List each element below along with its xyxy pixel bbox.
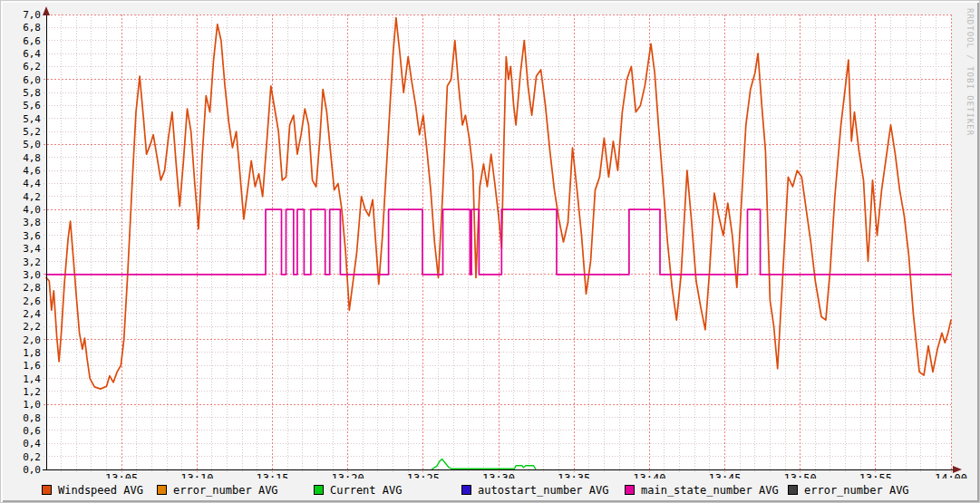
legend-item: main_state_number AVG (625, 484, 779, 498)
x-tick-label: 13:30 (482, 472, 515, 479)
chart-canvas: 0,00,20,40,60,81,01,21,41,61,82,02,22,42… (1, 1, 980, 479)
x-tick-label: 13:05 (105, 472, 138, 479)
y-axis-labels: 0,00,20,40,60,81,01,21,41,61,82,02,22,42… (23, 9, 41, 476)
legend-item: error_number AVG (788, 484, 909, 498)
legend-label: Current AVG (330, 484, 402, 497)
y-tick-label: 6,2 (23, 61, 41, 73)
x-tick-label: 13:15 (256, 472, 288, 479)
legend-label: error_number AVG (173, 484, 278, 497)
legend-item: Current AVG (314, 484, 402, 498)
y-tick-label: 3,8 (23, 217, 41, 228)
legend-color-swatch-icon (461, 485, 471, 495)
y-tick-label: 5,8 (23, 87, 41, 99)
y-tick-label: 2,2 (23, 321, 41, 333)
legend-item: Windspeed AVG (42, 484, 143, 498)
y-tick-label: 0,0 (23, 464, 41, 476)
x-tick-label: 13:55 (859, 472, 892, 479)
x-tick-label: 13:45 (708, 472, 741, 479)
x-tick-label: 13:50 (784, 472, 817, 479)
rrdtool-watermark: RRDTOOL / TOBI OETIKER (965, 8, 975, 136)
y-tick-label: 1,6 (23, 360, 41, 372)
y-tick-label: 4,4 (23, 178, 41, 189)
y-tick-label: 6,8 (23, 22, 41, 34)
y-tick-label: 6,4 (23, 48, 41, 60)
y-tick-label: 0,2 (23, 451, 41, 463)
y-tick-label: 0,6 (23, 425, 41, 437)
y-tick-label: 4,2 (23, 191, 41, 203)
y-tick-label: 3,0 (23, 269, 41, 281)
x-tick-label: 13:10 (180, 472, 213, 479)
legend-color-swatch-icon (157, 485, 167, 495)
y-tick-label: 4,0 (23, 204, 41, 216)
x-tick-label: 14:00 (935, 472, 967, 479)
y-tick-label: 0,4 (23, 438, 41, 450)
y-tick-label: 3,4 (23, 243, 41, 255)
y-tick-label: 4,8 (23, 152, 41, 164)
legend-color-swatch-icon (788, 485, 798, 495)
chart-legend: Windspeed AVGerror_number AVGCurrent AVG… (1, 484, 980, 498)
legend-color-swatch-icon (625, 485, 635, 495)
legend-color-swatch-icon (314, 485, 324, 495)
y-tick-label: 1,2 (23, 386, 41, 398)
y-tick-label: 7,0 (23, 9, 41, 21)
y-tick-label: 2,8 (23, 282, 41, 294)
legend-label: error_number AVG (804, 484, 909, 497)
y-tick-label: 5,2 (23, 126, 41, 138)
legend-item: autostart_number AVG (461, 484, 609, 498)
rrdtool-graph-frame: 0,00,20,40,60,81,01,21,41,61,82,02,22,42… (0, 0, 980, 503)
x-axis-labels: 13:0513:1013:1513:2013:2513:3013:3513:40… (105, 472, 967, 479)
y-tick-label: 3,2 (23, 256, 41, 268)
legend-label: Windspeed AVG (58, 484, 143, 497)
y-tick-label: 2,6 (23, 295, 41, 307)
x-tick-label: 13:25 (407, 472, 440, 479)
x-tick-label: 13:35 (558, 472, 590, 479)
y-tick-label: 5,4 (23, 113, 41, 125)
y-tick-label: 4,6 (23, 165, 41, 177)
x-tick-label: 13:40 (633, 472, 665, 479)
y-tick-label: 0,8 (23, 412, 41, 424)
y-axis-arrow-icon (43, 6, 50, 15)
legend-label: main_state_number AVG (641, 484, 779, 497)
y-tick-label: 2,4 (23, 308, 41, 320)
legend-item: error_number AVG (157, 484, 278, 498)
y-tick-label: 6,6 (23, 35, 41, 47)
y-tick-label: 6,0 (23, 74, 41, 86)
y-tick-label: 3,6 (23, 230, 41, 242)
y-tick-label: 2,0 (23, 334, 41, 346)
x-tick-label: 13:20 (332, 472, 364, 479)
y-tick-label: 5,6 (23, 100, 41, 111)
y-tick-label: 1,8 (23, 347, 41, 359)
legend-label: autostart_number AVG (478, 484, 609, 497)
y-tick-label: 5,0 (23, 139, 41, 150)
y-tick-label: 1,0 (23, 399, 41, 411)
legend-color-swatch-icon (42, 485, 52, 495)
y-tick-label: 1,4 (23, 373, 41, 385)
